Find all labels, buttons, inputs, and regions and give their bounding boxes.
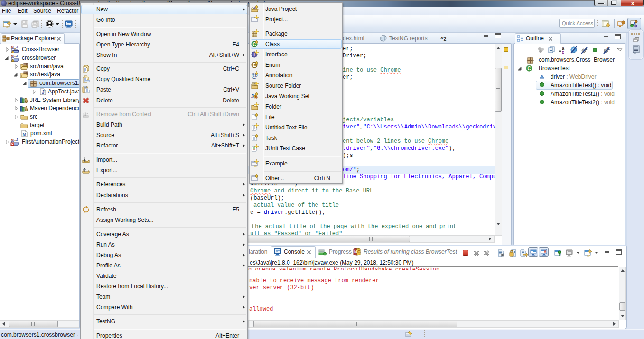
svg-text:G: G (357, 249, 361, 254)
svg-text:N: N (354, 249, 357, 254)
svg-text:M: M (11, 46, 14, 49)
svg-text:J: J (251, 93, 254, 99)
svg-text:J: J (16, 138, 18, 142)
svg-text:M: M (11, 138, 14, 142)
svg-text:J: J (16, 54, 18, 58)
svg-text:J: J (16, 46, 18, 49)
svg-text:M: M (23, 132, 27, 137)
svg-text:I: I (253, 52, 255, 57)
svg-text:C: C (527, 66, 531, 71)
svg-text:J: J (253, 6, 255, 10)
svg-text:J: J (42, 90, 45, 95)
svg-text:M: M (11, 55, 14, 58)
svg-text:z: z (562, 50, 564, 54)
